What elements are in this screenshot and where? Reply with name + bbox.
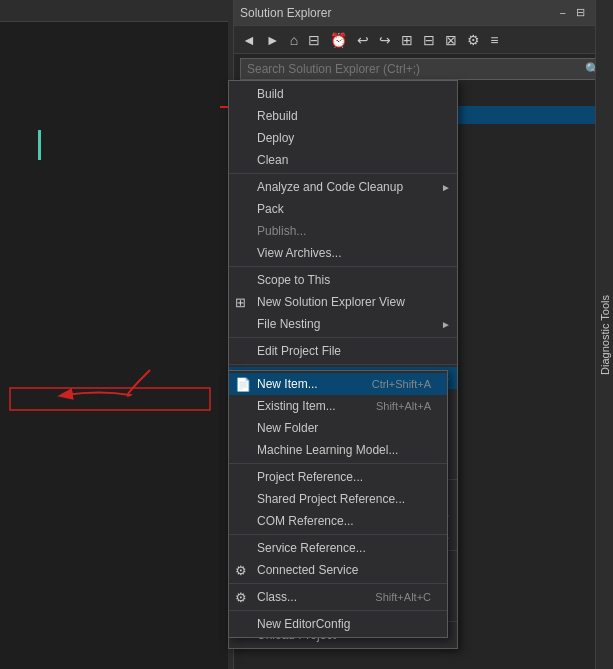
sub-item-class[interactable]: ⚙Class...Shift+Alt+C [229,586,447,608]
sub-label-class: Class... [257,590,297,604]
ctx-label-scopetothis: Scope to This [257,273,330,287]
ctx-icon-newsolutionview: ⊞ [235,295,246,310]
sub-label-existingitem: Existing Item... [257,399,336,413]
sub-label-projectref: Project Reference... [257,470,363,484]
ctx-item-filenesting[interactable]: File Nesting► [229,313,457,335]
sub-icon-newitem: 📄 [235,377,251,392]
se-sync-btn[interactable]: ⊟ [304,30,324,50]
sub-label-neweditorconfig: New EditorConfig [257,617,350,631]
sub-item-newitem[interactable]: 📄New Item...Ctrl+Shift+A [229,373,447,395]
sub-item-projectref[interactable]: Project Reference... [229,466,447,488]
sub-item-existingitem[interactable]: Existing Item...Shift+Alt+A [229,395,447,417]
sub-item-newfolder[interactable]: New Folder [229,417,447,439]
sub-item-mlmodel[interactable]: Machine Learning Model... [229,439,447,461]
sub-icon-class: ⚙ [235,590,247,605]
sub-label-mlmodel: Machine Learning Model... [257,443,398,457]
sub-separator-sep2 [229,534,447,535]
ctx-item-rebuild[interactable]: Rebuild [229,105,457,127]
ctx-sep-after-editprojectfile [229,364,457,365]
ctx-label-publish: Publish... [257,224,306,238]
ctx-label-newsolutionview: New Solution Explorer View [257,295,405,309]
ctx-item-deploy[interactable]: Deploy [229,127,457,149]
ctx-label-rebuild: Rebuild [257,109,298,123]
sub-label-newfolder: New Folder [257,421,318,435]
se-gear-btn[interactable]: ⚙ [463,30,484,50]
ctx-item-editprojectfile[interactable]: Edit Project File [229,340,457,362]
se-home-btn[interactable]: ⌂ [286,30,302,50]
sub-shortcut-newitem: Ctrl+Shift+A [352,378,431,390]
ctx-item-analyze[interactable]: Analyze and Code Cleanup► [229,176,457,198]
ctx-item-viewarchives[interactable]: View Archives... [229,242,457,264]
se-float-icon[interactable]: ⊟ [573,5,588,20]
se-title-bar: Solution Explorer − ⊟ ✕ [234,0,613,26]
ctx-arrow-analyze: ► [441,182,451,193]
ctx-item-scopetothis[interactable]: Scope to This [229,269,457,291]
se-redo-btn[interactable]: ↪ [375,30,395,50]
ctx-label-pack: Pack [257,202,284,216]
diagnostic-tools-label: Diagnostic Tools [599,295,611,375]
se-title: Solution Explorer [240,6,331,20]
se-undo-btn[interactable]: ↩ [353,30,373,50]
se-forward-btn[interactable]: ► [262,30,284,50]
ctx-label-analyze: Analyze and Code Cleanup [257,180,403,194]
sub-item-comref[interactable]: COM Reference... [229,510,447,532]
sub-icon-connectedservice: ⚙ [235,563,247,578]
se-menu-btn[interactable]: ≡ [486,30,502,50]
sub-separator-sep3 [229,583,447,584]
ctx-item-newsolutionview[interactable]: ⊞New Solution Explorer View [229,291,457,313]
sub-label-connectedservice: Connected Service [257,563,358,577]
editor-tab [0,0,228,22]
ctx-label-build: Build [257,87,284,101]
ctx-sep-after-viewarchives [229,266,457,267]
se-pin-icon[interactable]: − [557,6,569,20]
ctx-label-editprojectfile: Edit Project File [257,344,341,358]
ctx-item-publish[interactable]: Publish... [229,220,457,242]
ctx-item-pack[interactable]: Pack [229,198,457,220]
sub-separator-sep4 [229,610,447,611]
se-grid-btn[interactable]: ⊞ [397,30,417,50]
ctx-label-deploy: Deploy [257,131,294,145]
sub-item-serviceref[interactable]: Service Reference... [229,537,447,559]
sub-label-comref: COM Reference... [257,514,354,528]
ctx-arrow-filenesting: ► [441,319,451,330]
editor-area [0,0,228,669]
ctx-label-filenesting: File Nesting [257,317,320,331]
se-timer-btn[interactable]: ⏰ [326,30,351,50]
sub-shortcut-class: Shift+Alt+C [355,591,431,603]
sub-label-newitem: New Item... [257,377,318,391]
sub-separator-sep1 [229,463,447,464]
ctx-item-clean[interactable]: Clean [229,149,457,171]
context-menu-add-sub: 📄New Item...Ctrl+Shift+AExisting Item...… [228,370,448,638]
ctx-sep-after-filenesting [229,337,457,338]
se-minus-btn[interactable]: ⊟ [419,30,439,50]
se-search-bar[interactable]: 🔍 [240,58,607,80]
sub-item-neweditorconfig[interactable]: New EditorConfig [229,613,447,635]
se-toolbar: ◄ ► ⌂ ⊟ ⏰ ↩ ↪ ⊞ ⊟ ⊠ ⚙ ≡ [234,26,613,54]
se-filter-btn[interactable]: ⊠ [441,30,461,50]
se-search-input[interactable] [247,62,581,76]
sub-label-sharedprojectref: Shared Project Reference... [257,492,405,506]
ctx-sep-after-clean [229,173,457,174]
se-back-btn[interactable]: ◄ [238,30,260,50]
sub-label-serviceref: Service Reference... [257,541,366,555]
ctx-item-build[interactable]: Build [229,83,457,105]
sub-item-connectedservice[interactable]: ⚙Connected Service [229,559,447,581]
sub-item-sharedprojectref[interactable]: Shared Project Reference... [229,488,447,510]
sub-shortcut-existingitem: Shift+Alt+A [356,400,431,412]
ctx-label-viewarchives: View Archives... [257,246,341,260]
diagnostic-tools-panel[interactable]: Diagnostic Tools [595,0,613,669]
green-indicator [38,130,41,160]
ctx-label-clean: Clean [257,153,288,167]
